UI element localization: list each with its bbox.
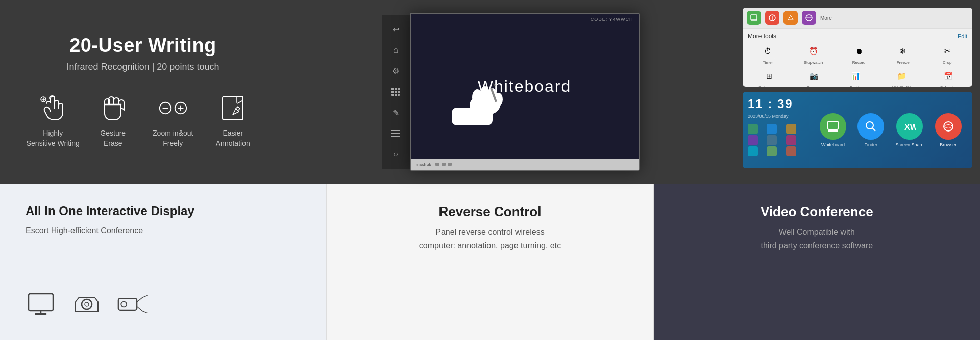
- time-area: 11 : 39 2023/08/15 Monday: [743, 92, 809, 168]
- svg-rect-7: [391, 91, 394, 93]
- svg-line-44: [137, 307, 142, 311]
- svg-rect-24: [751, 15, 757, 20]
- app-label-browser: Browser: [940, 142, 957, 147]
- bottom-col-2: Reverse Control Panel reverse control wi…: [327, 184, 653, 340]
- svg-text:XWP: XWP: [904, 123, 916, 132]
- projector-icon: [117, 289, 148, 320]
- svg-rect-8: [395, 91, 397, 93]
- svg-rect-10: [391, 94, 394, 96]
- toolbar-settings[interactable]: ⚙: [385, 62, 406, 80]
- toolbar-menu[interactable]: [385, 124, 406, 143]
- bottom-screenshot: 11 : 39 2023/08/15 Monday: [743, 92, 972, 168]
- whiteboard-code: CODE: Y4WWCH: [591, 17, 633, 22]
- subtitle: Infrared Recognition | 20 points touch: [26, 62, 260, 72]
- tool-freeze[interactable]: ❄ Freeze: [895, 43, 911, 65]
- svg-point-35: [944, 122, 953, 131]
- svg-rect-12: [398, 94, 400, 96]
- tool-pollkit[interactable]: 📊 PollKit: [847, 68, 864, 87]
- tool-stopwatch[interactable]: ⏰ Stopwatch: [804, 43, 823, 65]
- app-introduction: i: [765, 11, 779, 25]
- bottom-section: All In One Interactive Display Escort Hi…: [0, 184, 980, 340]
- feature-zoom: Zoom in&outFreely: [145, 93, 201, 148]
- svg-rect-5: [395, 88, 397, 90]
- feature-label-1: HighlySensitive Writing: [27, 128, 80, 148]
- whiteboard-display: CODE: Y4WWCH: [410, 13, 640, 171]
- svg-point-40: [85, 302, 89, 306]
- svg-rect-4: [391, 88, 394, 90]
- svg-rect-9: [398, 91, 400, 93]
- toolbar-pen[interactable]: ✎: [385, 103, 406, 122]
- col1-icons: [26, 289, 301, 320]
- tool-crop[interactable]: ✂ Crop: [939, 43, 955, 65]
- date-display: 2023/08/15 Monday: [748, 114, 804, 119]
- app-launcher: Whiteboard Finder XWP: [809, 92, 972, 168]
- tool-split[interactable]: ⊞ Split screen: [758, 68, 780, 87]
- svg-text:i: i: [772, 16, 773, 21]
- app-item-screenshare[interactable]: XWP Screen Share: [896, 113, 924, 147]
- svg-line-45: [142, 296, 147, 298]
- col1-subtitle: Escort High-efficient Conference: [26, 225, 301, 237]
- app-browser: [802, 11, 816, 25]
- right-panel: i More More tools Edit ⏱: [735, 0, 980, 184]
- bottom-col-3: Video Conference Well Compatible withthi…: [654, 184, 980, 340]
- features-row: HighlySensitive Writing GestureErase: [26, 93, 260, 148]
- back-icon: ↩: [390, 23, 401, 35]
- tool-record[interactable]: ⏺ Record: [851, 43, 867, 65]
- zoom-icon: [158, 93, 188, 123]
- app-whiteboard: [747, 11, 761, 25]
- app-label-screenshare: Screen Share: [896, 142, 924, 147]
- menu-icon: [390, 128, 401, 139]
- camera-icon: [71, 289, 102, 320]
- svg-rect-11: [395, 94, 397, 96]
- center-panel: ↩ ⌂ ⚙: [286, 0, 735, 184]
- pen-icon: ✎: [390, 107, 401, 118]
- col3-subtitle: Well Compatible withthird party conferen…: [679, 226, 954, 252]
- svg-line-33: [872, 128, 875, 131]
- tool-calendar[interactable]: 📅 Calendar: [940, 68, 956, 87]
- left-panel: 20-User Writing Infrared Recognition | 2…: [0, 0, 286, 184]
- app-label-whiteboard: Whiteboard: [821, 142, 845, 147]
- toolbar-circle[interactable]: ○: [385, 145, 406, 164]
- svg-point-42: [121, 302, 127, 307]
- svg-rect-6: [398, 88, 400, 90]
- more-label: More: [820, 15, 832, 21]
- tool-camera[interactable]: 📷 Camera: [805, 68, 822, 87]
- col2-subtitle: Panel reverse control wirelesscomputer: …: [352, 226, 627, 252]
- feature-label-3: Zoom in&outFreely: [153, 128, 193, 148]
- app-item-whiteboard[interactable]: Whiteboard: [820, 113, 846, 147]
- mini-app-grid: [748, 124, 804, 156]
- svg-rect-14: [391, 133, 400, 134]
- time-display: 11 : 39: [748, 97, 804, 111]
- app-row: i More: [743, 8, 972, 29]
- tool-timer[interactable]: ⏱ Timer: [760, 43, 776, 65]
- monitor-icon: [26, 289, 56, 320]
- app-welcome: [783, 11, 798, 25]
- app-item-finder[interactable]: Finder: [857, 113, 884, 147]
- hand-touch-icon: [38, 93, 68, 123]
- col2-title: Reverse Control: [352, 204, 627, 220]
- svg-point-32: [866, 122, 873, 129]
- svg-rect-30: [828, 121, 838, 129]
- toolbar-back[interactable]: ↩: [385, 20, 406, 38]
- main-title: 20-User Writing: [26, 35, 260, 57]
- svg-rect-15: [391, 136, 400, 137]
- feature-highly-sensitive: HighlySensitive Writing: [26, 93, 81, 148]
- edit-button[interactable]: Edit: [958, 33, 967, 39]
- tool-fileshare[interactable]: 📁 Fast File Tran...: [890, 68, 915, 87]
- top-section: 20-User Writing Infrared Recognition | 2…: [0, 0, 980, 184]
- col3-title: Video Conference: [679, 204, 954, 220]
- app-label-finder: Finder: [865, 142, 878, 147]
- circle-icon: ○: [390, 149, 401, 160]
- more-tools-content: More tools Edit ⏱ Timer ⏰ Stopwatch ⏺: [743, 29, 972, 87]
- toolbar-home[interactable]: ⌂: [385, 41, 406, 59]
- feature-annotation: EasierAnnotation: [206, 93, 261, 148]
- toolbar-apps[interactable]: [385, 83, 406, 101]
- more-tools-panel: i More More tools Edit ⏱: [743, 8, 972, 87]
- feature-label-4: EasierAnnotation: [216, 128, 250, 148]
- settings-icon: ⚙: [390, 65, 401, 76]
- app-item-browser[interactable]: Browser: [935, 113, 962, 147]
- side-toolbar: ↩ ⌂ ⚙: [382, 15, 410, 169]
- apps-icon: [390, 86, 401, 97]
- feature-gesture-erase: GestureErase: [86, 93, 141, 148]
- svg-marker-23: [492, 82, 495, 87]
